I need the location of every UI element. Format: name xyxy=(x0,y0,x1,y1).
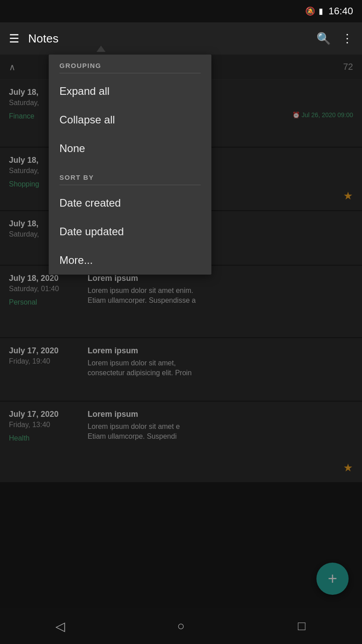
date-updated-item[interactable]: Date updated xyxy=(49,217,211,246)
divider2 xyxy=(59,185,201,185)
mute-icon: 🔕 xyxy=(305,6,315,16)
expand-all-item[interactable]: Expand all xyxy=(49,77,211,106)
sort-by-label: SORT BY xyxy=(49,166,211,185)
home-button[interactable]: ○ xyxy=(168,613,194,640)
top-bar: ☰ Notes 🔍 ⋮ xyxy=(0,22,362,55)
app-title: Notes xyxy=(28,32,307,46)
dropdown-arrow xyxy=(97,46,105,52)
status-time: 16:40 xyxy=(328,5,353,17)
recent-button[interactable]: □ xyxy=(288,613,315,640)
bottom-nav: ◁ ○ □ xyxy=(0,608,362,644)
more-button[interactable]: ⋮ xyxy=(341,33,353,44)
search-button[interactable]: 🔍 xyxy=(316,33,331,44)
dropdown-menu: GROUPING Expand all Collapse all None SO… xyxy=(49,55,211,275)
menu-button[interactable]: ☰ xyxy=(9,33,19,44)
date-created-item[interactable]: Date created xyxy=(49,189,211,217)
more-item[interactable]: More... xyxy=(49,246,211,275)
grouping-label: GROUPING xyxy=(49,55,211,73)
divider xyxy=(59,73,201,73)
none-item[interactable]: None xyxy=(49,134,211,163)
battery-icon: ▮ xyxy=(319,6,323,16)
collapse-all-item[interactable]: Collapse all xyxy=(49,106,211,134)
status-bar: 🔕 ▮ 16:40 xyxy=(0,0,362,22)
back-button[interactable]: ◁ xyxy=(47,613,74,640)
